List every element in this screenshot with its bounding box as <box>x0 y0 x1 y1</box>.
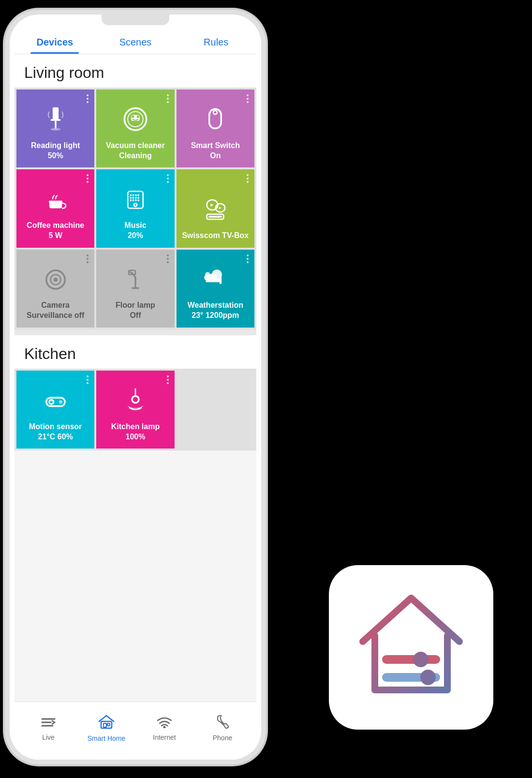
kitchen-grid: Motion sensor21°C 60% Kitche <box>15 369 256 450</box>
section-separator <box>15 329 256 335</box>
scroll-area: Living room Rea <box>15 54 256 717</box>
device-card-smart-switch[interactable]: Smart SwitchOn <box>177 90 254 167</box>
phone-notch <box>102 15 169 25</box>
menu-dots[interactable] <box>247 254 249 263</box>
section-title-kitchen: Kitchen <box>15 335 256 369</box>
device-card-kitchen-lamp[interactable]: Kitchen lamp100% <box>96 371 174 449</box>
svg-rect-40 <box>206 279 221 283</box>
smart-switch-label: Smart SwitchOn <box>191 141 240 161</box>
svg-rect-16 <box>135 194 137 196</box>
device-card-floor-lamp[interactable]: Floor lampOff <box>96 250 174 328</box>
kitchen-lamp-label: Kitchen lamp100% <box>111 422 160 442</box>
music-label: Music20% <box>124 221 146 241</box>
svg-rect-56 <box>107 723 110 726</box>
app-icon <box>329 565 493 730</box>
svg-point-61 <box>420 670 436 685</box>
svg-point-46 <box>50 401 52 403</box>
svg-rect-14 <box>130 194 132 196</box>
menu-dots[interactable] <box>167 174 169 183</box>
menu-dots-lamp[interactable] <box>167 254 169 263</box>
svg-rect-24 <box>135 199 137 201</box>
nav-live[interactable]: Live <box>19 716 77 741</box>
svg-point-47 <box>59 400 62 404</box>
reading-light-icon <box>39 103 73 137</box>
device-card-camera[interactable]: CameraSurveillance off <box>16 250 94 328</box>
camera-label: CameraSurveillance off <box>27 300 84 321</box>
device-card-motion[interactable]: Motion sensor21°C 60% <box>16 371 94 449</box>
tab-bar: Devices Scenes Rules <box>15 29 256 54</box>
svg-point-43 <box>205 272 210 278</box>
device-card-weather[interactable]: Weatherstation23° 1200ppm <box>177 250 254 328</box>
list-icon <box>41 716 56 732</box>
svg-point-57 <box>163 726 166 729</box>
menu-dots[interactable] <box>167 375 169 384</box>
svg-rect-22 <box>130 199 132 201</box>
home-icon <box>98 715 115 733</box>
floor-lamp-label: Floor lampOff <box>116 300 155 321</box>
menu-dots[interactable] <box>87 375 89 384</box>
svg-rect-23 <box>133 199 134 201</box>
music-icon <box>118 183 152 217</box>
tab-devices[interactable]: Devices <box>15 37 95 54</box>
svg-point-34 <box>53 278 58 282</box>
svg-rect-25 <box>137 199 139 201</box>
reading-light-label: Reading light50% <box>31 141 80 161</box>
svg-point-8 <box>137 115 139 118</box>
weather-icon <box>198 263 232 297</box>
svg-rect-58 <box>382 655 440 664</box>
phone-shell: Devices Scenes Rules Living room <box>10 15 261 760</box>
motion-label: Motion sensor21°C 60% <box>29 422 82 442</box>
phone-icon <box>216 715 229 732</box>
device-card-reading-light[interactable]: Reading light50% <box>16 90 94 167</box>
menu-dots[interactable] <box>167 94 169 103</box>
nav-phone[interactable]: Phone <box>193 715 251 742</box>
device-card-tv-box[interactable]: Swisscom TV-Box <box>177 169 254 247</box>
vacuum-label: Vacuum cleanerCleaning <box>106 141 165 161</box>
tv-box-icon <box>198 193 232 227</box>
tab-rules[interactable]: Rules <box>176 37 256 54</box>
device-card-vacuum[interactable]: Vacuum cleanerCleaning <box>96 90 174 167</box>
svg-rect-19 <box>133 197 134 199</box>
svg-point-50 <box>133 397 138 402</box>
menu-dots[interactable] <box>87 94 89 103</box>
svg-point-59 <box>413 652 429 667</box>
nav-live-label: Live <box>42 733 55 741</box>
svg-point-7 <box>132 115 134 118</box>
tab-scenes[interactable]: Scenes <box>95 37 176 54</box>
wifi-icon <box>157 716 172 732</box>
svg-rect-55 <box>103 723 106 727</box>
bottom-nav: Live Smart Home <box>15 702 256 755</box>
svg-rect-20 <box>135 197 137 199</box>
svg-rect-21 <box>137 197 139 199</box>
menu-dots[interactable] <box>87 174 89 183</box>
svg-rect-0 <box>53 107 59 120</box>
camera-icon <box>39 263 73 297</box>
menu-dots[interactable] <box>247 174 249 183</box>
section-title-living-room: Living room <box>15 54 256 88</box>
vacuum-icon <box>118 103 152 137</box>
phone-screen: Devices Scenes Rules Living room <box>15 29 256 755</box>
coffee-label: Coffee machine5 W <box>27 221 84 241</box>
svg-point-11 <box>214 111 217 113</box>
living-room-grid: Reading light50% <box>15 88 256 329</box>
svg-point-3 <box>50 128 60 130</box>
svg-rect-17 <box>137 194 139 196</box>
menu-dots-camera[interactable] <box>87 254 89 263</box>
motion-icon <box>39 384 73 418</box>
nav-phone-label: Phone <box>213 734 232 742</box>
floor-lamp-icon <box>118 263 152 297</box>
tv-box-label: Swisscom TV-Box <box>182 231 249 241</box>
svg-rect-15 <box>133 194 134 196</box>
svg-rect-12 <box>49 201 62 203</box>
nav-smarthome-label: Smart Home <box>88 734 126 742</box>
svg-rect-18 <box>130 197 132 199</box>
coffee-icon <box>39 183 73 217</box>
nav-internet-label: Internet <box>153 733 176 741</box>
svg-rect-31 <box>208 216 222 218</box>
nav-internet[interactable]: Internet <box>135 716 193 741</box>
menu-dots[interactable] <box>247 94 249 103</box>
device-card-coffee[interactable]: Coffee machine5 W <box>16 169 94 247</box>
svg-point-27 <box>134 204 136 206</box>
nav-smarthome[interactable]: Smart Home <box>77 715 135 742</box>
device-card-music[interactable]: Music20% <box>96 169 174 247</box>
